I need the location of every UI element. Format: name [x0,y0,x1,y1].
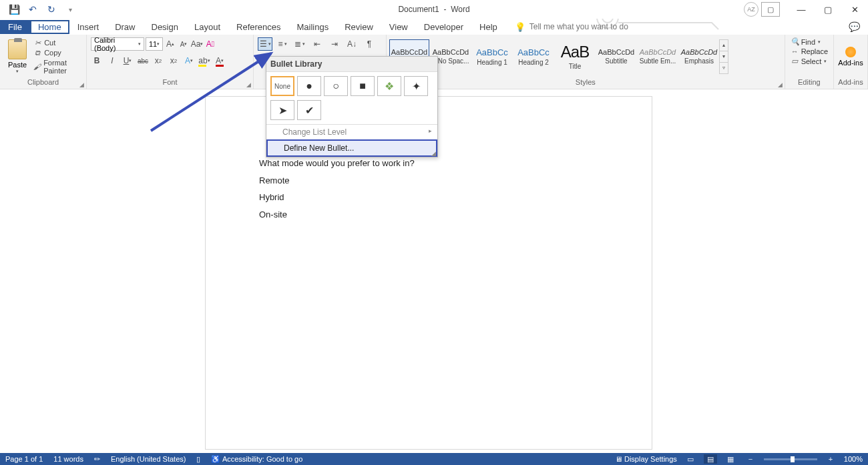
paste-dropdown-icon[interactable]: ▾ [16,69,19,74]
status-spellcheck-icon[interactable]: ✏ [94,455,100,464]
decrease-indent-button[interactable]: ⇤ [310,37,324,51]
font-dialog-launcher-icon[interactable]: ◢ [246,81,251,88]
addins-button[interactable]: Add-ins [838,59,863,67]
superscript-button[interactable]: x2 [168,55,180,67]
style-item[interactable]: AaBbCcDdSubtitle [596,39,636,74]
increase-indent-button[interactable]: ⇥ [327,37,342,51]
minimize-button[interactable]: — [788,0,815,19]
tell-me-input[interactable]: Tell me what you want to do [529,22,628,31]
account-badge[interactable]: AZ [744,2,758,17]
zoom-in-button[interactable]: + [824,454,837,464]
status-words[interactable]: 11 words [53,455,83,463]
status-language[interactable]: English (United States) [111,455,186,463]
view-print-layout-icon[interactable]: ▤ [704,454,717,464]
decrease-font-icon[interactable]: A▾ [178,38,190,50]
clipboard-dialog-launcher-icon[interactable]: ◢ [79,81,84,88]
bullet-option-arrow[interactable]: ➤ [270,100,294,120]
status-accessibility[interactable]: ♿ Accessibility: Good to go [211,455,302,464]
replace-button[interactable]: ↔Replace [791,47,828,55]
bullet-option-none[interactable]: None [270,76,294,96]
redo-icon[interactable]: ↻ [47,5,56,14]
group-label-addins: Add-ins [838,78,863,86]
tab-review[interactable]: Review [337,20,381,34]
body-line-4[interactable]: On-site [259,209,287,219]
tab-design[interactable]: Design [144,20,186,34]
highlight-color-icon[interactable]: ab▾ [198,55,210,67]
zoom-slider[interactable] [764,458,817,460]
multilevel-list-button[interactable]: ≣▾ [292,37,307,51]
numbering-button[interactable]: ≡▾ [275,37,290,51]
define-new-bullet-menuitem[interactable]: Define New Bullet... [266,139,437,157]
style-item[interactable]: AaBbCcHeading 1 [472,39,512,74]
zoom-percent[interactable]: 100% [844,455,863,463]
show-marks-button[interactable]: ¶ [362,37,377,51]
bold-button[interactable]: B [91,55,103,67]
view-read-mode-icon[interactable]: ▭ [684,454,697,464]
ribbon-display-options-icon[interactable]: ▢ [761,2,780,17]
text-effects-icon[interactable]: A▾ [183,55,195,67]
view-web-layout-icon[interactable]: ▦ [724,454,737,464]
bullet-option-disc[interactable]: ● [297,76,321,96]
styles-dialog-launcher-icon[interactable]: ◢ [778,81,783,88]
paste-icon[interactable] [8,39,27,59]
status-page[interactable]: Page 1 of 1 [5,455,43,463]
tab-view[interactable]: View [381,20,416,34]
tab-help[interactable]: Help [471,20,505,34]
style-item[interactable]: AaBbCcDdEmphasis [679,39,719,74]
select-button[interactable]: ▭Select ▾ [791,57,827,65]
gallery-down-icon[interactable]: ▾ [720,51,728,63]
tab-layout[interactable]: Layout [186,20,228,34]
subscript-button[interactable]: x2 [152,55,164,67]
qa-customize-icon[interactable]: ▾ [65,5,75,14]
style-item[interactable]: AaBbCcDdSubtle Em... [638,39,678,74]
bullet-library-dropdown: Bullet Library None ● ○ ■ ❖ ✦ ➤ ✔ Change… [266,56,438,157]
bullets-button[interactable]: ☰▾ [258,37,272,51]
body-line-2[interactable]: Remote [259,175,290,185]
copy-button[interactable]: ⧉Copy [33,49,82,57]
dropdown-resize-icon[interactable]: ◢ [431,150,436,157]
tab-insert[interactable]: Insert [69,20,107,34]
bullet-option-square[interactable]: ■ [351,76,375,96]
tab-draw[interactable]: Draw [107,20,143,34]
style-item[interactable]: AaBTitle [555,39,595,74]
zoom-out-button[interactable]: − [744,454,757,464]
status-macros-icon[interactable]: ▯ [196,455,200,464]
style-item[interactable]: AaBbCcHeading 2 [513,39,554,74]
save-icon[interactable]: 💾 [9,5,19,14]
change-case-icon[interactable]: Aa▾ [191,38,203,50]
maximize-button[interactable]: ▢ [815,0,841,19]
window-title: Document1 - Word [398,5,469,14]
tab-home[interactable]: Home [30,20,69,34]
clear-formatting-icon[interactable]: A⃠ [204,38,216,50]
bullet-option-circle[interactable]: ○ [324,76,348,96]
font-size-combo[interactable]: 11▾ [146,37,163,51]
increase-font-icon[interactable]: A▴ [164,38,176,50]
format-painter-button[interactable]: 🖌Format Painter [33,59,82,75]
styles-gallery-scroll[interactable]: ▴ ▾ ▿ [719,39,728,74]
display-settings-button[interactable]: 🖥 Display Settings [615,455,677,463]
body-line-1[interactable]: What mode would you prefer to work in? [259,158,415,168]
find-button[interactable]: 🔍Find ▾ [791,37,821,46]
gallery-up-icon[interactable]: ▴ [720,40,728,51]
addins-icon[interactable] [845,47,856,57]
comments-icon[interactable]: 💬 [849,21,860,32]
font-name-combo[interactable]: Calibri (Body)▾ [91,37,144,51]
strikethrough-button[interactable]: abc [137,55,149,67]
paste-button[interactable]: Paste [8,61,27,69]
undo-icon[interactable]: ↶ [28,5,37,14]
underline-button[interactable]: U▾ [122,55,134,67]
bullet-option-diamond-4[interactable]: ❖ [377,76,401,96]
tab-mailings[interactable]: Mailings [289,20,337,34]
bullet-option-diamond-cluster[interactable]: ✦ [404,76,428,96]
bullet-option-check[interactable]: ✔ [297,100,321,120]
sort-button[interactable]: A↓ [345,37,359,51]
close-button[interactable]: ✕ [841,0,868,19]
gallery-more-icon[interactable]: ▿ [720,63,728,73]
body-line-3[interactable]: Hybrid [259,192,284,202]
tab-references[interactable]: References [228,20,288,34]
tab-file[interactable]: File [0,20,30,34]
italic-button[interactable]: I [106,55,118,67]
cut-button[interactable]: ✂Cut [33,39,82,47]
font-color-icon[interactable]: A▾ [214,55,226,67]
tab-developer[interactable]: Developer [416,20,471,34]
